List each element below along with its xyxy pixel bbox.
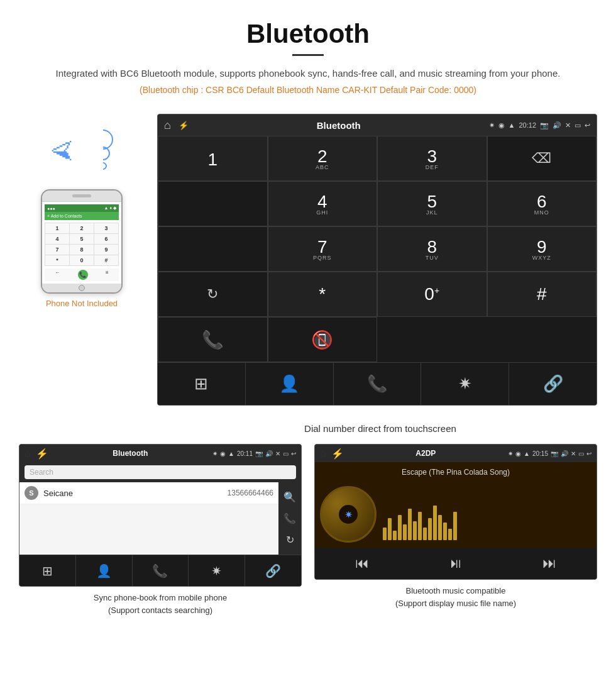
phone-key-6[interactable]: 6 bbox=[94, 234, 118, 244]
play-pause-btn[interactable]: ⏯ bbox=[449, 555, 463, 572]
dial-refresh[interactable]: ↻ bbox=[158, 272, 268, 317]
pb-btn-contacts[interactable]: 👤 bbox=[76, 555, 133, 586]
phone-menu-btn[interactable]: ≡ bbox=[106, 270, 109, 280]
dial-key-star[interactable]: * bbox=[268, 272, 378, 317]
dial-backspace[interactable]: ⌫ bbox=[487, 136, 597, 181]
phone-key-2[interactable]: 2 bbox=[70, 223, 94, 233]
eq-bar-12 bbox=[438, 515, 442, 540]
dial-key-hash[interactable]: # bbox=[487, 272, 597, 317]
phone-key-4[interactable]: 4 bbox=[45, 234, 69, 244]
music-usb-icon: ⚡ bbox=[331, 448, 344, 460]
music-status-bar: ⌂ ⚡ A2DP ✷ ◉ ▲ 20:15 📷 🔊 ✕ ▭ ↩ bbox=[315, 445, 597, 462]
dial-key-7[interactable]: 7PQRS bbox=[268, 226, 378, 272]
album-art-inner: ✷ bbox=[339, 505, 358, 524]
pb-cam-icon: 📷 bbox=[255, 450, 263, 457]
music-loc-icon: ◉ bbox=[515, 450, 521, 457]
phone-key-3[interactable]: 3 bbox=[94, 223, 118, 233]
car-btn-grid[interactable]: ⊞ bbox=[158, 363, 246, 405]
music-app-name: A2DP bbox=[415, 449, 436, 458]
bluetooth-specs: (Bluetooth chip : CSR BC6 Default Blueto… bbox=[38, 85, 578, 95]
dial-key-6[interactable]: 6MNO bbox=[487, 181, 597, 226]
music-right bbox=[383, 486, 591, 543]
sidebar-refresh-icon[interactable]: ↻ bbox=[286, 534, 294, 546]
phone-key-7[interactable]: 7 bbox=[45, 245, 69, 255]
music-close-icon[interactable]: ✕ bbox=[571, 450, 576, 457]
phone-home-bar bbox=[42, 284, 121, 292]
phonebook-list: S Seicane 13566664466 bbox=[19, 482, 278, 555]
song-name: Escape (The Pina Colada Song) bbox=[402, 468, 510, 477]
phone-home-button[interactable] bbox=[79, 285, 85, 291]
phone-dialpad: 1 2 3 4 5 6 7 8 9 * 0 # bbox=[45, 223, 119, 266]
eq-bar-3 bbox=[393, 531, 397, 540]
dial-key-0[interactable]: 0+ bbox=[377, 272, 487, 317]
music-status-right: ✷ ◉ ▲ 20:15 📷 🔊 ✕ ▭ ↩ bbox=[508, 450, 591, 457]
dial-call-red[interactable]: 📵 bbox=[268, 317, 378, 362]
phone-key-0[interactable]: 0 bbox=[70, 255, 94, 265]
music-sig-icon: ▲ bbox=[524, 450, 530, 457]
phonebook-app-name: Bluetooth bbox=[113, 449, 148, 458]
bluetooth-icon-large: ⮘ bbox=[50, 139, 74, 166]
car-btn-contacts[interactable]: 👤 bbox=[246, 363, 334, 405]
dial-key-3[interactable]: 3DEF bbox=[377, 136, 487, 181]
phonebook-home-icon[interactable]: ⌂ bbox=[25, 448, 31, 459]
large-screen-caption: Dial number direct from touchscreen bbox=[0, 418, 616, 444]
dial-call-green[interactable]: 📞 bbox=[158, 317, 268, 362]
pb-btn-link[interactable]: 🔗 bbox=[245, 555, 301, 586]
pb-btn-phone[interactable]: 📞 bbox=[133, 555, 189, 586]
eq-bar-9 bbox=[423, 528, 427, 540]
phone-key-1[interactable]: 1 bbox=[45, 223, 69, 233]
dial-key-8[interactable]: 8TUV bbox=[377, 226, 487, 272]
title-divider bbox=[292, 54, 324, 56]
phonebook-search-area: Search bbox=[19, 462, 301, 482]
phone-bottom-row: ← 📞 ≡ bbox=[45, 268, 119, 281]
car-btn-bluetooth[interactable]: ✷ bbox=[421, 363, 509, 405]
phone-back-btn[interactable]: ← bbox=[55, 270, 60, 280]
phone-key-8[interactable]: 8 bbox=[70, 245, 94, 255]
next-track-btn[interactable]: ⏭ bbox=[542, 555, 556, 572]
phone-key-9[interactable]: 9 bbox=[94, 245, 118, 255]
wifi-waves bbox=[93, 136, 113, 170]
album-art: ✷ bbox=[320, 486, 377, 543]
contact-row-seicane[interactable]: S Seicane 13566664466 bbox=[19, 482, 278, 504]
eq-bar-4 bbox=[398, 515, 402, 540]
pb-btn-grid[interactable]: ⊞ bbox=[19, 555, 76, 586]
music-screenshot: ⌂ ⚡ A2DP ✷ ◉ ▲ 20:15 📷 🔊 ✕ ▭ ↩ Es bbox=[314, 444, 597, 619]
dial-key-2[interactable]: 2ABC bbox=[268, 136, 378, 181]
music-caption-line2: (Support display music file name) bbox=[395, 599, 516, 608]
car-btn-phone[interactable]: 📞 bbox=[334, 363, 422, 405]
dial-key-5[interactable]: 5JKL bbox=[377, 181, 487, 226]
sidebar-phone-icon[interactable]: 📞 bbox=[283, 512, 296, 524]
music-back-icon[interactable]: ↩ bbox=[586, 450, 591, 457]
page-header: Bluetooth Integrated with BC6 Bluetooth … bbox=[0, 0, 616, 114]
phone-call-btn[interactable]: 📞 bbox=[78, 270, 88, 280]
phonebook-status-right: ✷ ◉ ▲ 20:11 📷 🔊 ✕ ▭ ↩ bbox=[212, 450, 296, 457]
phone-speaker bbox=[72, 194, 91, 197]
dial-key-9[interactable]: 9WXYZ bbox=[487, 226, 597, 272]
eq-bar-10 bbox=[428, 518, 432, 540]
back-icon[interactable]: ↩ bbox=[585, 121, 590, 130]
car-screen-statusbar: ⌂ ⚡ Bluetooth ✷ ◉ ▲ 20:12 📷 🔊 ✕ ▭ ↩ bbox=[158, 114, 597, 136]
dial-key-4[interactable]: 4GHI bbox=[268, 181, 378, 226]
pb-win-icon: ▭ bbox=[283, 450, 289, 457]
phone-key-star[interactable]: * bbox=[45, 255, 69, 265]
dial-key-1[interactable]: 1 bbox=[158, 136, 268, 181]
home-icon[interactable]: ⌂ bbox=[164, 119, 171, 132]
pb-btn-bt[interactable]: ✷ bbox=[189, 555, 245, 586]
pb-close-icon[interactable]: ✕ bbox=[275, 450, 280, 457]
eq-bar-11 bbox=[433, 506, 437, 540]
phone-key-5[interactable]: 5 bbox=[70, 234, 94, 244]
volume-icon: 🔊 bbox=[553, 121, 561, 130]
dial-empty-2 bbox=[158, 226, 268, 272]
music-home-icon[interactable]: ⌂ bbox=[320, 448, 326, 459]
music-controls: ⏮ ⏯ ⏭ bbox=[315, 548, 597, 579]
sidebar-search-icon[interactable]: 🔍 bbox=[283, 491, 296, 503]
prev-track-btn[interactable]: ⏮ bbox=[355, 555, 369, 572]
phone-key-hash[interactable]: # bbox=[94, 255, 118, 265]
close-icon[interactable]: ✕ bbox=[565, 121, 571, 130]
car-btn-link[interactable]: 🔗 bbox=[509, 363, 597, 405]
eq-bar-14 bbox=[448, 529, 452, 540]
search-bar[interactable]: Search bbox=[25, 465, 296, 479]
phone-add-contact: + Add to Contacts bbox=[47, 214, 82, 218]
phone-top-bar bbox=[42, 191, 121, 202]
pb-back-icon[interactable]: ↩ bbox=[291, 450, 296, 457]
